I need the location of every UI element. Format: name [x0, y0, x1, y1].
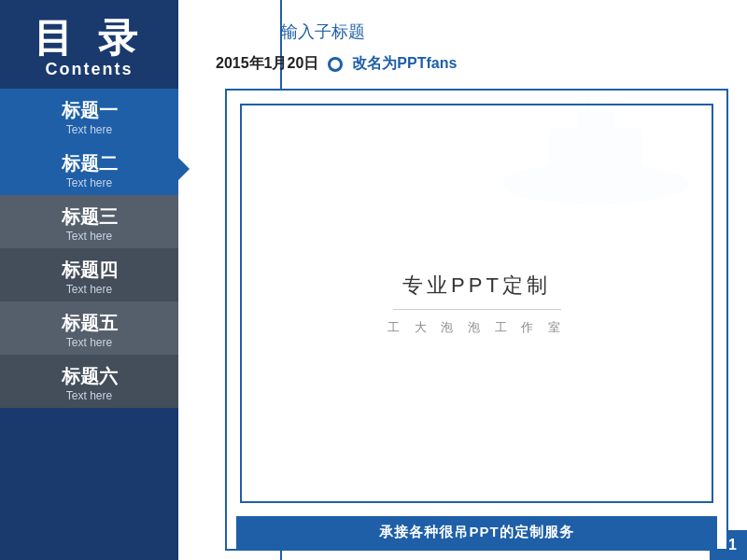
- active-arrow: [176, 156, 190, 182]
- preview-inner: 专业PPT定制 工 大 泡 泡 工 作 室: [240, 104, 713, 503]
- sidebar-item-6-cn: 标题六: [0, 364, 178, 389]
- sidebar-title-cn: 目 录: [0, 17, 178, 60]
- sidebar: 目 录 Contents 标题一 Text here 标题二 Text here…: [0, 0, 178, 560]
- banner: 承接各种很吊PPT的定制服务: [236, 516, 717, 549]
- sidebar-item-5[interactable]: 标题五 Text here: [0, 301, 178, 355]
- sidebar-header: 目 录 Contents: [0, 0, 178, 89]
- date-text: 2015年1月20日: [216, 54, 318, 74]
- sidebar-item-2[interactable]: 标题二 Text here: [0, 142, 178, 195]
- main-wrapper: 输入子标题 2015年1月20日 改名为PPTfans: [178, 0, 747, 560]
- timeline-row: 2015年1月20日 改名为PPTfans: [206, 54, 728, 74]
- sidebar-item-4[interactable]: 标题四 Text here: [0, 248, 178, 301]
- sidebar-item-3-cn: 标题三: [0, 204, 178, 230]
- sidebar-item-6-en: Text here: [0, 389, 178, 402]
- sidebar-item-3[interactable]: 标题三 Text here: [0, 195, 178, 248]
- preview-sub-text: 工 大 泡 泡 工 作 室: [388, 319, 566, 336]
- preview-main-text: 专业PPT定制: [402, 272, 551, 300]
- sidebar-item-1-en: Text here: [0, 123, 178, 136]
- sidebar-item-2-cn: 标题二: [0, 151, 178, 176]
- sidebar-item-3-en: Text here: [0, 230, 178, 243]
- sidebar-title-en: Contents: [0, 60, 178, 79]
- sidebar-item-5-cn: 标题五: [0, 311, 178, 336]
- renamed-text: 改名为PPTfans: [352, 54, 457, 74]
- main-content: 输入子标题 2015年1月20日 改名为PPTfans: [178, 0, 747, 560]
- sidebar-item-5-en: Text here: [0, 336, 178, 349]
- subtitle-label: 输入子标题: [281, 21, 728, 43]
- sidebar-item-6[interactable]: 标题六 Text here: [0, 355, 178, 408]
- sidebar-item-4-en: Text here: [0, 283, 178, 296]
- sidebar-item-2-en: Text here: [0, 176, 178, 189]
- timeline-dot: [328, 57, 343, 72]
- preview-divider: [393, 309, 561, 310]
- sidebar-item-1-cn: 标题一: [0, 98, 178, 123]
- preview-container: 专业PPT定制 工 大 泡 泡 工 作 室 承接各种很吊PPT的定制服务: [225, 89, 728, 551]
- sidebar-item-1[interactable]: 标题一 Text here: [0, 89, 178, 142]
- sidebar-item-4-cn: 标题四: [0, 258, 178, 283]
